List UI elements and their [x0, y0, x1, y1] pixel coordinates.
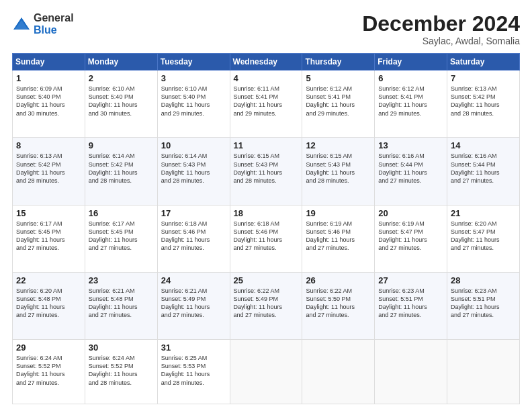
table-row: 24Sunrise: 6:21 AMSunset: 5:49 PMDayligh…	[157, 272, 230, 339]
table-row: 5Sunrise: 6:12 AMSunset: 5:41 PMDaylight…	[302, 71, 375, 138]
table-row: 18Sunrise: 6:18 AMSunset: 5:46 PMDayligh…	[230, 205, 302, 272]
table-row: 15Sunrise: 6:17 AMSunset: 5:45 PMDayligh…	[13, 205, 85, 272]
table-row: 21Sunrise: 6:20 AMSunset: 5:47 PMDayligh…	[447, 205, 520, 272]
table-row: 29Sunrise: 6:24 AMSunset: 5:52 PMDayligh…	[13, 340, 85, 404]
table-row: 11Sunrise: 6:15 AMSunset: 5:43 PMDayligh…	[230, 138, 302, 205]
header: General Blue December 2024 Saylac, Awdal…	[12, 12, 520, 46]
table-row: 26Sunrise: 6:22 AMSunset: 5:50 PMDayligh…	[302, 272, 375, 339]
table-row: 22Sunrise: 6:20 AMSunset: 5:48 PMDayligh…	[13, 272, 85, 339]
calendar-table: Sunday Monday Tuesday Wednesday Thursday…	[12, 53, 520, 404]
table-row	[302, 340, 375, 404]
month-title: December 2024	[362, 12, 520, 36]
col-tuesday: Tuesday	[157, 54, 230, 71]
table-row: 10Sunrise: 6:14 AMSunset: 5:43 PMDayligh…	[157, 138, 230, 205]
table-row: 13Sunrise: 6:16 AMSunset: 5:44 PMDayligh…	[375, 138, 447, 205]
table-row: 27Sunrise: 6:23 AMSunset: 5:51 PMDayligh…	[375, 272, 447, 339]
table-row: 17Sunrise: 6:18 AMSunset: 5:46 PMDayligh…	[157, 205, 230, 272]
table-row: 4Sunrise: 6:11 AMSunset: 5:41 PMDaylight…	[230, 71, 302, 138]
logo: General Blue	[12, 12, 74, 36]
logo-general-text: General	[34, 12, 74, 24]
table-row: 7Sunrise: 6:13 AMSunset: 5:42 PMDaylight…	[447, 71, 520, 138]
table-row: 23Sunrise: 6:21 AMSunset: 5:48 PMDayligh…	[85, 272, 157, 339]
col-sunday: Sunday	[13, 54, 85, 71]
table-row: 19Sunrise: 6:19 AMSunset: 5:46 PMDayligh…	[302, 205, 375, 272]
col-monday: Monday	[85, 54, 157, 71]
calendar-header-row: Sunday Monday Tuesday Wednesday Thursday…	[13, 54, 520, 71]
col-friday: Friday	[375, 54, 447, 71]
table-row: 25Sunrise: 6:22 AMSunset: 5:49 PMDayligh…	[230, 272, 302, 339]
table-row: 14Sunrise: 6:16 AMSunset: 5:44 PMDayligh…	[447, 138, 520, 205]
col-saturday: Saturday	[447, 54, 520, 71]
table-row	[447, 340, 520, 404]
table-row: 9Sunrise: 6:14 AMSunset: 5:42 PMDaylight…	[85, 138, 157, 205]
location-subtitle: Saylac, Awdal, Somalia	[362, 36, 520, 46]
table-row	[230, 340, 302, 404]
page: General Blue December 2024 Saylac, Awdal…	[0, 0, 532, 411]
table-row: 12Sunrise: 6:15 AMSunset: 5:43 PMDayligh…	[302, 138, 375, 205]
col-thursday: Thursday	[302, 54, 375, 71]
table-row: 30Sunrise: 6:24 AMSunset: 5:52 PMDayligh…	[85, 340, 157, 404]
table-row: 20Sunrise: 6:19 AMSunset: 5:47 PMDayligh…	[375, 205, 447, 272]
table-row: 6Sunrise: 6:12 AMSunset: 5:41 PMDaylight…	[375, 71, 447, 138]
table-row: 2Sunrise: 6:10 AMSunset: 5:40 PMDaylight…	[85, 71, 157, 138]
col-wednesday: Wednesday	[230, 54, 302, 71]
table-row: 28Sunrise: 6:23 AMSunset: 5:51 PMDayligh…	[447, 272, 520, 339]
title-area: December 2024 Saylac, Awdal, Somalia	[362, 12, 520, 46]
table-row: 31Sunrise: 6:25 AMSunset: 5:53 PMDayligh…	[157, 340, 230, 404]
logo-blue-text: Blue	[34, 24, 57, 36]
table-row: 1Sunrise: 6:09 AMSunset: 5:40 PMDaylight…	[13, 71, 85, 138]
table-row: 16Sunrise: 6:17 AMSunset: 5:45 PMDayligh…	[85, 205, 157, 272]
table-row: 8Sunrise: 6:13 AMSunset: 5:42 PMDaylight…	[13, 138, 85, 205]
logo-icon	[12, 15, 31, 34]
table-row	[375, 340, 447, 404]
table-row: 3Sunrise: 6:10 AMSunset: 5:40 PMDaylight…	[157, 71, 230, 138]
